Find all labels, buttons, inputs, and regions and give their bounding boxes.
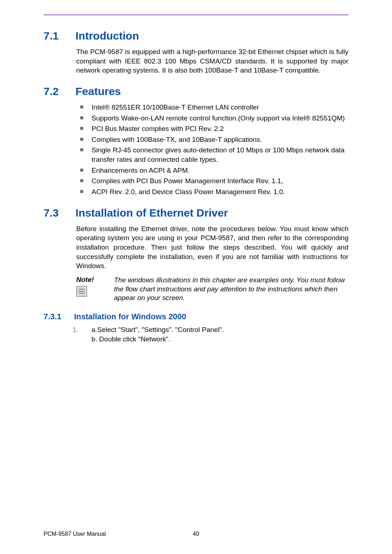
section-number: 7.3	[44, 207, 65, 219]
section-heading: 7.1 Introduction	[44, 30, 348, 42]
section-title: Introduction	[75, 30, 139, 42]
list-item: ■ Single RJ-45 connector gives auto-dete…	[80, 145, 348, 164]
section-heading: 7.3 Installation of Ethernet Driver	[44, 207, 348, 219]
bullet-text: Single RJ-45 connector gives auto-detect…	[91, 145, 348, 164]
bullet-text: Complies with PCI Bus Power Management I…	[91, 176, 348, 186]
bullet-square-icon: ■	[80, 103, 83, 112]
section-heading: 7.2 Features	[44, 85, 348, 98]
section-title: Features	[75, 85, 121, 98]
list-item: ■ Supports Wake-on-LAN remote control fu…	[80, 114, 348, 123]
bullet-square-icon: ■	[80, 135, 83, 144]
list-item: 1. a.Select "Start", "Settings". "Contro…	[73, 325, 348, 344]
bullet-text: Complies with 100Base-TX, and 10Base-T a…	[91, 135, 348, 144]
ordered-step-list: 1. a.Select "Start", "Settings". "Contro…	[73, 325, 348, 344]
bullet-text: PCI Bus Master complies with PCI Rev. 2.…	[91, 124, 348, 134]
note-label: Note!	[76, 276, 107, 284]
note-block: Note! The windows illustrations in this …	[76, 276, 348, 303]
note-left-column: Note!	[76, 276, 107, 303]
page: 7.1 Introduction The PCM-9587 is equippe…	[0, 0, 392, 554]
note-text: The windows illustrations in this chapte…	[114, 276, 348, 303]
subsection-installation-windows-2000: 7.3.1 Installation for Windows 2000 1. a…	[44, 312, 348, 344]
bullet-square-icon: ■	[80, 124, 83, 134]
step-body: a.Select "Start", "Settings". "Control P…	[91, 325, 348, 344]
subsection-number: 7.3.1	[44, 312, 66, 321]
list-item: ■ Complies with 100Base-TX, and 10Base-T…	[80, 135, 348, 144]
list-item: ■ Intel® 82551ER 10/100Base-T Ethernet L…	[80, 103, 348, 112]
subsection-heading: 7.3.1 Installation for Windows 2000	[44, 312, 348, 321]
list-item: ■ Complies with PCI Bus Power Management…	[80, 176, 348, 186]
bullet-text: Intel® 82551ER 10/100Base-T Ethernet LAN…	[91, 103, 348, 112]
section-number: 7.1	[44, 30, 65, 42]
page-footer: PCM-9587 User Manual 40	[44, 531, 348, 537]
footer-manual-title: PCM-9587 User Manual	[44, 531, 106, 537]
bullet-text: Enhancements on ACPI & APM.	[91, 166, 348, 175]
bullet-square-icon: ■	[80, 166, 83, 175]
feature-bullet-list: ■ Intel® 82551ER 10/100Base-T Ethernet L…	[80, 103, 348, 197]
step-line-a: a.Select "Start", "Settings". "Control P…	[91, 325, 348, 335]
section-title: Installation of Ethernet Driver	[75, 207, 228, 219]
list-item: ■ PCI Bus Master complies with PCI Rev. …	[80, 124, 348, 134]
bullet-square-icon: ■	[80, 187, 83, 197]
section-number: 7.2	[44, 85, 65, 98]
section-body: Before installing the Ethernet driver, n…	[76, 224, 348, 271]
footer-page-number: 40	[193, 531, 199, 537]
bullet-square-icon: ■	[80, 145, 83, 164]
subsection-title: Installation for Windows 2000	[74, 312, 186, 321]
step-line-b: b. Double click "Network".	[91, 335, 348, 344]
list-item: ■ Enhancements on ACPI & APM.	[80, 166, 348, 175]
top-divider	[44, 15, 348, 15]
note-document-icon	[76, 286, 87, 297]
bullet-text: ACPI Rev. 2.0, and Device Class Power Ma…	[91, 187, 348, 197]
bullet-text: Supports Wake-on-LAN remote control func…	[91, 114, 348, 123]
section-body: The PCM-9587 is equipped with a high-per…	[76, 47, 348, 75]
step-number: 1.	[73, 325, 82, 344]
section-installation: 7.3 Installation of Ethernet Driver Befo…	[44, 207, 348, 344]
list-item: ■ ACPI Rev. 2.0, and Device Class Power …	[80, 187, 348, 197]
section-features: 7.2 Features ■ Intel® 82551ER 10/100Base…	[44, 85, 348, 197]
bullet-square-icon: ■	[80, 114, 83, 123]
section-introduction: 7.1 Introduction The PCM-9587 is equippe…	[44, 30, 348, 75]
bullet-square-icon: ■	[80, 176, 83, 186]
